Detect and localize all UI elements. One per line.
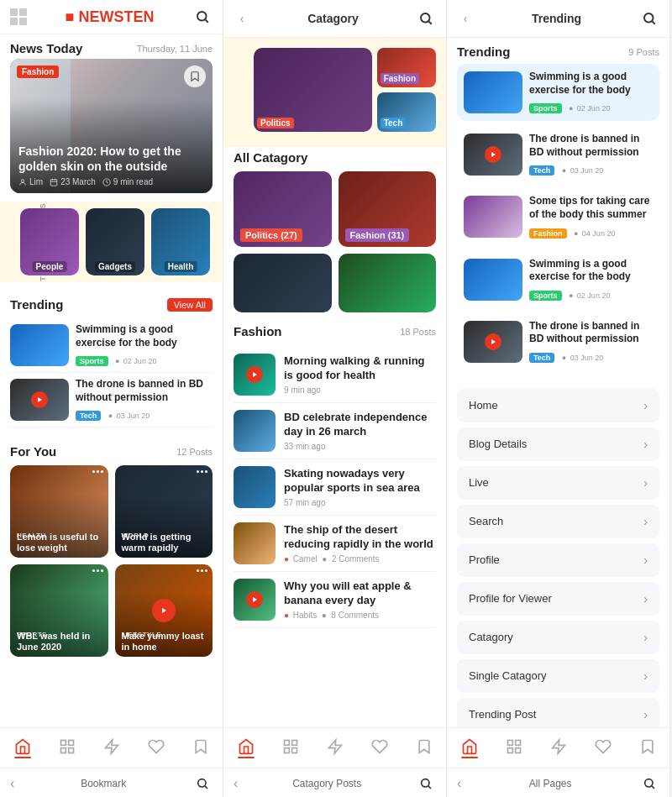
nav-profile-viewer-item[interactable]: Profile for Viewer › [457, 582, 659, 616]
nav-bookmark-2[interactable] [409, 737, 439, 760]
panel3-search[interactable] [639, 8, 659, 29]
cat-post-5[interactable]: Why you will eat apple & banana every da… [234, 572, 436, 628]
post-title-3: Skating nowadays very popular sports in … [284, 467, 436, 496]
cat-label-people: People [33, 261, 67, 272]
more-icon-2[interactable] [197, 470, 207, 473]
view-all-button[interactable]: View All [167, 298, 213, 312]
trending-thumb-p3-1 [464, 71, 522, 113]
nav-label-catagory: Catagory [469, 631, 513, 643]
nav-lightning-3[interactable] [543, 737, 574, 760]
trending-item-2[interactable]: The drone is banned in BD without permis… [10, 373, 213, 427]
nav-live-item[interactable]: Live › [457, 466, 659, 500]
more-icon-3[interactable] [92, 569, 103, 572]
brand-logo: ■ NEWSTEN [66, 8, 155, 26]
hero-card[interactable]: Fashion Fashion 2020: How to get the gol… [10, 59, 213, 193]
nav-profile-item[interactable]: Profile › [457, 543, 659, 577]
for-you-card-3[interactable]: SPORTS WBL was held in June 2020 [10, 564, 108, 657]
trending-item-p3-3[interactable]: Some tips for taking care of the body th… [457, 188, 659, 245]
nav-home-item[interactable]: Home › [457, 389, 659, 422]
trending-item-p3-4[interactable]: Swimming is a good exercise for the body… [457, 251, 659, 308]
grid-icon[interactable] [10, 8, 27, 25]
nav-label-home: Home [469, 399, 498, 412]
cat-item-health[interactable]: Health [151, 208, 210, 275]
cat-hero-side: Fashion Tech [377, 48, 436, 132]
nav-heart-3[interactable] [588, 737, 618, 760]
nav-trending-post-item[interactable]: Trending Post › [457, 698, 659, 727]
trending-thumb-2 [10, 379, 69, 421]
nav-back-1[interactable]: ‹ [10, 776, 14, 791]
trending-item-p3-2[interactable]: The drone is banned in BD without permis… [457, 126, 659, 183]
for-you-card-title-3: WBL was held in June 2020 [17, 631, 102, 653]
panel3-header: ‹ Trending [447, 0, 669, 38]
nav-catagory-item[interactable]: Catagory › [457, 621, 659, 654]
nav-lightning-2[interactable] [320, 737, 350, 760]
for-you-card-1[interactable]: HEALTH Lemon is useful to lose weight [10, 465, 108, 558]
cat-politics[interactable]: Politics (27) [234, 171, 332, 247]
nav-search-item[interactable]: Search › [457, 505, 659, 538]
cat-post-1[interactable]: Morning walking & running is good for he… [234, 347, 436, 403]
cat-hero-main[interactable]: Politics [254, 48, 372, 132]
trending-title-2: The drone is banned in BD without permis… [76, 378, 213, 404]
hero-meta: Lim 23 March 9 min read [18, 177, 204, 186]
fashion-header: Fashion 18 Posts [223, 317, 446, 340]
trending-title-1: Swimming is a good exercise for the body [76, 323, 213, 349]
panel2-search[interactable] [416, 8, 436, 29]
panel2-header: ‹ Catagory [223, 0, 446, 38]
nav-grid-2[interactable] [276, 737, 306, 760]
cat-post-3[interactable]: Skating nowadays very popular sports in … [234, 459, 436, 516]
cat-item-gadgets[interactable]: Gadgets [86, 208, 144, 275]
nav-lightning-1[interactable] [97, 737, 127, 760]
header-search-icon[interactable] [192, 7, 213, 27]
nav-heart-2[interactable] [365, 737, 395, 760]
svg-rect-10 [60, 740, 66, 745]
hero-bookmark-icon[interactable] [184, 66, 206, 87]
cat-hero-tech[interactable]: Tech [377, 92, 436, 132]
nav-back-3[interactable]: ‹ [457, 776, 461, 791]
cat-fashion[interactable]: Fashion (31) [339, 171, 437, 247]
cat-hero-fashion[interactable]: Fashion [377, 48, 436, 87]
cat-tag-tech: Tech [381, 118, 407, 128]
post-info-3: Skating nowadays very popular sports in … [284, 467, 436, 507]
more-icon-1[interactable] [92, 470, 103, 473]
nav-single-cat-item[interactable]: Single Catagory › [457, 659, 659, 693]
nav-home-2[interactable] [231, 737, 261, 760]
panel-category: ‹ Catagory TOP CATAGORIES Politics Fashi… [223, 0, 447, 797]
nav-home-1[interactable] [8, 737, 38, 760]
cat-post-4[interactable]: The ship of the desert reducing rapidly … [234, 516, 436, 572]
bottom-search-1[interactable] [192, 773, 213, 794]
nav-bookmark-1[interactable] [186, 737, 216, 760]
nav-label-live: Live [469, 476, 489, 489]
bottom-search-2[interactable] [416, 773, 436, 794]
trending-thumb-p3-4 [464, 259, 522, 301]
cat-item-4[interactable] [339, 254, 437, 312]
post-play-5 [246, 591, 263, 608]
nav-home-3[interactable] [454, 737, 485, 760]
trending-badge-p3-5: Tech [529, 353, 554, 363]
trending-item-p3-5[interactable]: The drone is banned in BD without permis… [457, 313, 659, 370]
more-icon-4[interactable] [197, 569, 207, 572]
for-you-card-4[interactable]: LIFESTYLE Make yummy loast in home [115, 564, 213, 657]
cat-item-people[interactable]: People [20, 208, 79, 275]
bottom-search-3[interactable] [639, 773, 659, 794]
nav-back-2[interactable]: ‹ [234, 776, 238, 791]
nav-bookmark-3[interactable] [633, 737, 663, 760]
nav-grid-3[interactable] [499, 737, 529, 760]
news-today-title: News Today [10, 41, 82, 55]
back-arrow-3[interactable]: ‹ [457, 10, 474, 27]
nav-grid-1[interactable] [52, 737, 82, 760]
panel2-content: TOP CATAGORIES Politics Fashion Tech [223, 38, 446, 727]
for-you-card-2[interactable]: WORLD World is getting warm rapidly [115, 465, 213, 558]
back-arrow-2[interactable]: ‹ [234, 10, 250, 27]
nav-heart-1[interactable] [141, 737, 171, 760]
svg-rect-21 [284, 747, 289, 752]
chevron-profile: › [643, 553, 648, 567]
post-meta-4: ● Camel ● 2 Comments [284, 554, 436, 564]
post-meta-2: 33 min ago [284, 442, 436, 451]
trending-item-p3-1[interactable]: Swimming is a good exercise for the body… [457, 64, 659, 121]
cat-item-3[interactable] [234, 254, 332, 312]
cat-post-2[interactable]: BD celebrate independence day in 26 marc… [234, 403, 436, 459]
nav-blog-item[interactable]: Blog Details › [457, 427, 659, 461]
top-categories-row: TOP CATAGORIES People Gadgets Health [0, 202, 223, 282]
play-icon-4[interactable] [152, 599, 176, 622]
trending-item-1[interactable]: Swimming is a good exercise for the body… [10, 318, 213, 373]
